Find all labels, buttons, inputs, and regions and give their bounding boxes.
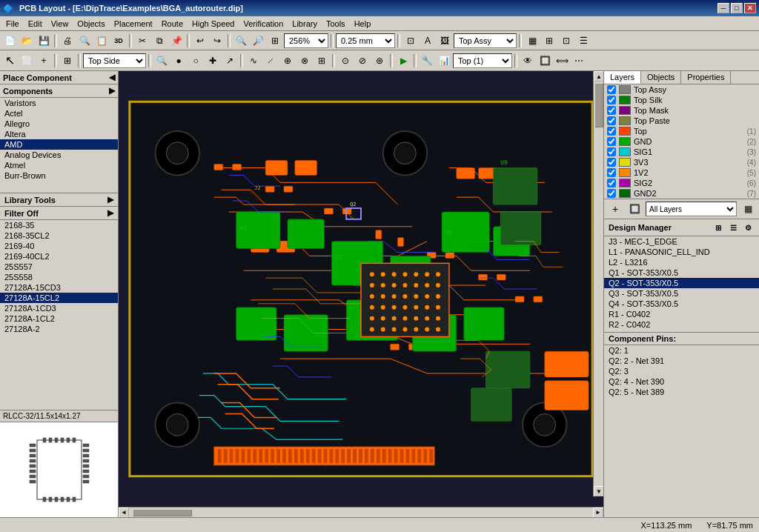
part-27128a-15cl2[interactable]: 27128A-15CL2 (0, 293, 118, 303)
dm-q3[interactable]: Q3 - SOT-353/X0.5 (604, 288, 759, 299)
tab-properties[interactable]: Properties (681, 71, 731, 84)
scroll-up[interactable]: ▲ (594, 71, 603, 82)
stat-btn[interactable]: 📊 (436, 53, 452, 69)
scroll-down[interactable]: ▼ (594, 486, 603, 496)
dm-q4[interactable]: Q4 - SOT-353/X0.5 (604, 299, 759, 309)
layer-sig1-check[interactable] (607, 147, 616, 156)
via1-btn[interactable]: ⊙ (337, 53, 354, 69)
scroll-left[interactable]: ◄ (119, 508, 129, 518)
place-component-header[interactable]: Place Component ◀ (0, 71, 118, 84)
menu-help[interactable]: Help (350, 18, 376, 30)
component-btn[interactable]: ⊞ (59, 53, 76, 69)
part-27128a-1cd3[interactable]: 27128A-1CD3 (0, 303, 118, 313)
top1-select[interactable]: Top (1) GND (2) SIG1 (3) (453, 53, 512, 68)
scroll-thumb[interactable] (594, 83, 603, 127)
export-button[interactable]: 📋 (93, 33, 110, 49)
layer-top-assy-check[interactable] (607, 85, 616, 94)
zoom-out-button[interactable]: 🔍 (233, 33, 249, 49)
comp-burr[interactable]: Burr-Brown (0, 170, 118, 181)
dm-list-btn[interactable]: ☰ (726, 221, 740, 234)
layer-options-btn[interactable]: ▦ (740, 201, 756, 217)
menu-library[interactable]: Library (288, 18, 322, 30)
comp-atmel[interactable]: Atmel (0, 160, 118, 170)
all-layers-select[interactable]: All Layers Top Layers Bottom Layers (646, 202, 737, 216)
btn-a[interactable]: ▦ (524, 33, 540, 49)
plus-btn[interactable]: + (36, 53, 52, 69)
layer-1v2-check[interactable] (607, 168, 616, 177)
part-27128a-15cd3[interactable]: 27128A-15CD3 (0, 282, 118, 293)
via3-btn[interactable]: ⊛ (371, 53, 388, 69)
dm-q1[interactable]: Q1 - SOT-353/X0.5 (604, 267, 759, 278)
menu-tools[interactable]: Tools (322, 18, 350, 30)
menu-view[interactable]: View (47, 18, 73, 30)
scroll-right[interactable]: ► (593, 508, 603, 518)
btn-b[interactable]: ⊞ (541, 33, 557, 49)
layer-gnd-check[interactable] (607, 137, 616, 146)
btn-c[interactable]: ⊡ (558, 33, 574, 49)
zoom-select[interactable]: 256% 128% 64% 400% (284, 33, 328, 48)
open-button[interactable]: 📂 (19, 33, 35, 49)
dm-r1[interactable]: R1 - C0402 (604, 309, 759, 319)
zoom-in-button[interactable]: 🔎 (250, 33, 266, 49)
text-button[interactable]: A (420, 33, 436, 49)
layer-side-select[interactable]: Top Side Bottom Side (83, 53, 146, 68)
tab-objects[interactable]: Objects (641, 71, 681, 84)
part-25s557[interactable]: 25S557 (0, 262, 118, 272)
grid-btn[interactable]: ⊞ (314, 53, 330, 69)
dm-l1[interactable]: L1 - PANASONIC_ELL_IND (604, 247, 759, 257)
cross-btn[interactable]: ✚ (205, 53, 221, 69)
layer-top-paste-check[interactable] (607, 116, 616, 125)
menu-route[interactable]: Route (157, 18, 188, 30)
search-btn[interactable]: 🔍 (153, 53, 170, 69)
library-tools-header[interactable]: Library Tools ▶ (0, 193, 118, 207)
layer-top-mask-check[interactable] (607, 106, 616, 115)
menu-high-speed[interactable]: High Speed (188, 18, 239, 30)
h-scroll-thumb[interactable] (133, 509, 192, 516)
layer-top-silk-check[interactable] (607, 96, 616, 104)
route2-btn[interactable]: ⟋ (262, 53, 279, 69)
run-btn[interactable]: ▶ (395, 53, 411, 69)
layer-3v3-check[interactable] (607, 158, 616, 167)
pcb-canvas[interactable]: U5 U2 U6 U3 J2 Q2 U9 (119, 71, 603, 507)
select-btn[interactable]: ↖ (1, 53, 18, 69)
layer-gnd2-check[interactable] (607, 189, 616, 198)
dm-q2[interactable]: Q2 - SOT-353/X0.5 (604, 278, 759, 288)
more-btn[interactable]: ⋯ (571, 53, 587, 69)
v-scrollbar[interactable]: ▲ ▼ (593, 71, 603, 496)
rubber-btn[interactable]: ⬜ (19, 53, 35, 69)
comp-allegro[interactable]: Allegro (0, 119, 118, 129)
layer-top-check[interactable] (607, 127, 616, 136)
tab-layers[interactable]: Layers (604, 71, 641, 84)
comp-varistors[interactable]: Varistors (0, 98, 118, 108)
dm-settings-btn[interactable]: ⚙ (741, 221, 755, 234)
flip-btn[interactable]: ⟺ (554, 53, 570, 69)
part-2168-35[interactable]: 2168-35 (0, 220, 118, 230)
close-button[interactable]: ✕ (744, 3, 756, 13)
comp-amd[interactable]: AMD (0, 139, 118, 150)
dot-btn[interactable]: ● (170, 53, 187, 69)
dm-grid-btn[interactable]: ⊞ (712, 221, 725, 234)
dm-r2[interactable]: R2 - C0402 (604, 319, 759, 330)
import-btn[interactable]: ⊗ (296, 53, 313, 69)
part-2169-40cl2[interactable]: 2169-40CL2 (0, 251, 118, 262)
minimize-button[interactable]: ─ (717, 3, 729, 13)
export2-btn[interactable]: ⊕ (279, 53, 296, 69)
dm-l2[interactable]: L2 - L3216 (604, 257, 759, 267)
menu-verification[interactable]: Verification (239, 18, 288, 30)
drc-btn[interactable]: 🔧 (419, 53, 435, 69)
dm-j3[interactable]: J3 - MEC-1_EDGE (604, 236, 759, 247)
via2-btn[interactable]: ⊘ (354, 53, 371, 69)
arrow-btn[interactable]: ↗ (222, 53, 238, 69)
route1-btn[interactable]: ∿ (245, 53, 262, 69)
maximize-button[interactable]: □ (731, 3, 743, 13)
zoom-fit-button[interactable]: ⊞ (267, 33, 283, 49)
comp-altera[interactable]: Altera (0, 129, 118, 139)
menu-file[interactable]: File (1, 18, 24, 30)
redo-button[interactable]: ↪ (209, 33, 225, 49)
print-button[interactable]: 🖨 (59, 33, 76, 49)
part-2168-35cl2[interactable]: 2168-35CL2 (0, 230, 118, 241)
thickness-select[interactable]: 0.25 mm 0.1 mm 0.5 mm (336, 33, 395, 48)
part-27128a-2[interactable]: 27128A-2 (0, 324, 118, 334)
menu-edit[interactable]: Edit (24, 18, 47, 30)
layer-props-btn[interactable]: 🔲 (626, 201, 643, 217)
